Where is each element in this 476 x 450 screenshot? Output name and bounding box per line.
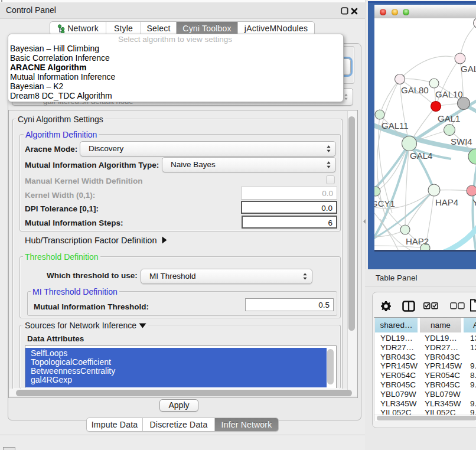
svg-text:GAL80: GAL80 [401, 85, 429, 95]
svg-text:GAL2: GAL2 [461, 64, 476, 74]
svg-text:GAL1: GAL1 [438, 113, 460, 123]
svg-text:HAP4: HAP4 [435, 197, 458, 207]
svg-text:HAP2: HAP2 [406, 236, 429, 246]
svg-text:SWI4: SWI4 [451, 136, 472, 146]
svg-text:GAL4: GAL4 [410, 151, 432, 161]
svg-text:GCY1: GCY1 [374, 198, 395, 208]
svg-text:Y: Y [472, 197, 476, 207]
svg-text:GAL11: GAL11 [382, 120, 409, 131]
svg-text:GAL10: GAL10 [435, 89, 463, 99]
